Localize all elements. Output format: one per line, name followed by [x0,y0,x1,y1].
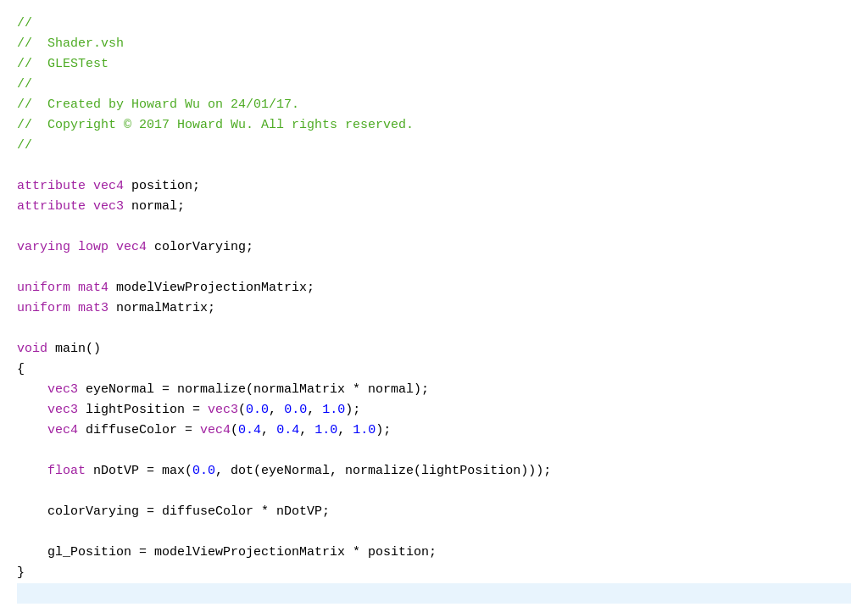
code-line-5: // Created by Howard Wu on 24/01/17. [17,95,851,115]
code-line-22 [17,441,851,461]
code-line-20: vec3 lightPosition = vec3(0.0, 0.0, 1.0)… [17,400,851,420]
code-line-25: colorVarying = diffuseColor * nDotVP; [17,502,851,522]
code-line-24 [17,482,851,502]
code-editor: // // Shader.vsh // GLESTest // // Creat… [0,0,868,607]
code-line-7: // [17,136,851,156]
code-line-16 [17,319,851,339]
code-line-11 [17,217,851,237]
code-line-15: uniform mat3 normalMatrix; [17,298,851,319]
code-line-2: // Shader.vsh [17,34,851,54]
code-line-17: void main() [17,339,851,359]
code-line-9: attribute vec4 position; [17,176,851,197]
code-line-4: // [17,75,851,95]
code-line-14: uniform mat4 modelViewProjectionMatrix; [17,278,851,298]
code-line-26 [17,522,851,543]
code-line-23: float nDotVP = max(0.0, dot(eyeNormal, n… [17,461,851,482]
code-line-12: varying lowp vec4 colorVarying; [17,237,851,258]
code-line-8 [17,156,851,176]
code-line-28: } [17,563,851,583]
code-line-18: { [17,359,851,380]
code-line-19: vec3 eyeNormal = normalize(normalMatrix … [17,380,851,400]
code-line-10: attribute vec3 normal; [17,197,851,217]
code-line-21: vec4 diffuseColor = vec4(0.4, 0.4, 1.0, … [17,420,851,441]
code-line-3: // GLESTest [17,54,851,75]
code-line-6: // Copyright © 2017 Howard Wu. All right… [17,115,851,136]
code-line-27: gl_Position = modelViewProjectionMatrix … [17,543,851,563]
code-line-13 [17,258,851,278]
cursor-line [17,583,851,604]
code-line-1: // [17,14,851,34]
